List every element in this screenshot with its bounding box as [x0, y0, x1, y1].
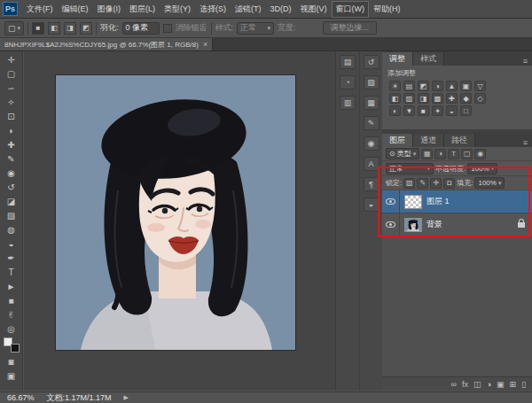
visibility-toggle[interactable] — [382, 190, 400, 213]
refine-edge-button[interactable]: 调整边缘... — [323, 21, 378, 35]
background-color-swatch[interactable] — [11, 344, 20, 353]
tab-paths[interactable]: 路径 — [444, 134, 475, 147]
adjustment-icon[interactable]: ◆ — [460, 93, 472, 104]
adjustment-icon[interactable]: ▽ — [474, 81, 486, 91]
tab-channels[interactable]: 通道 — [413, 134, 444, 147]
screen-mode-tool[interactable]: ▣ — [2, 368, 21, 383]
zoom-tool[interactable]: ◎ — [2, 322, 21, 336]
histogram-panel-icon[interactable]: ▥ — [340, 96, 356, 110]
document-tab[interactable]: 8NHJPXIF9L$A2J%S%CDJY65.jpg @ 66.7%(图层 1… — [0, 38, 213, 50]
adjustment-icon[interactable]: ◑ — [432, 81, 443, 91]
hand-tool[interactable]: ✌ — [2, 307, 21, 322]
type-tool[interactable]: T — [2, 265, 21, 279]
adjustment-icon[interactable]: ◇ — [474, 93, 486, 104]
lock-transparent-icon[interactable]: ▨ — [403, 178, 415, 189]
tool-preset-picker[interactable]: ▢ ▾ — [4, 21, 24, 35]
layer-row-background[interactable]: 背景 — [382, 213, 532, 236]
history-panel-icon[interactable]: ↺ — [364, 55, 379, 69]
new-group-icon[interactable]: ▣ — [497, 380, 505, 389]
new-adjustment-layer-icon[interactable]: ◑ — [487, 380, 491, 389]
background-thumbnail[interactable] — [404, 218, 422, 232]
feather-input[interactable]: 0 像素 — [122, 22, 160, 35]
adjustment-icon[interactable]: ▩ — [432, 93, 443, 104]
menu-item-type[interactable]: 类型(Y) — [160, 1, 195, 18]
tab-layers[interactable]: 图层 — [382, 134, 413, 147]
path-selection-tool[interactable]: ► — [2, 279, 21, 293]
opacity-dropdown[interactable]: 100% ▾ — [467, 163, 497, 174]
adjustment-icon[interactable]: ◐ — [389, 105, 401, 116]
layer-filter-dropdown[interactable]: ⊙ 类型 ▾ — [386, 148, 419, 159]
menu-item-file[interactable]: 文件(F) — [22, 1, 58, 18]
paragraph-panel-icon[interactable]: ¶ — [364, 177, 379, 191]
adjustment-icon[interactable]: ◩ — [418, 81, 429, 91]
quick-mask-tool[interactable]: ◙ — [2, 354, 21, 368]
style-dropdown[interactable]: 正常 ▾ — [237, 22, 274, 35]
adjustment-icon[interactable]: ▤ — [403, 81, 415, 91]
move-tool[interactable]: ✛ — [2, 52, 21, 66]
canvas-image[interactable] — [56, 75, 295, 350]
tab-adjustments[interactable]: 调整 — [382, 52, 413, 66]
menu-item-help[interactable]: 帮助(H) — [369, 1, 405, 18]
brush-panel-icon[interactable]: ✎ — [364, 116, 379, 130]
zoom-level[interactable]: 66.67% — [7, 393, 35, 402]
gradient-tool[interactable]: ▨ — [2, 208, 21, 222]
filter-adjustment-layers-icon[interactable]: ◑ — [434, 149, 446, 159]
rectangular-marquee-tool[interactable]: ▢ — [2, 66, 21, 81]
visibility-toggle[interactable] — [382, 213, 400, 236]
adjustment-icon[interactable]: ■ — [418, 105, 429, 116]
adjustment-icon[interactable]: ✦ — [432, 105, 443, 116]
filter-pixel-layers-icon[interactable]: ▦ — [421, 149, 433, 159]
clone-stamp-tool[interactable]: ◉ — [2, 166, 21, 180]
menu-item-view[interactable]: 视图(V) — [296, 1, 332, 18]
adjustment-icon[interactable]: ▼ — [403, 105, 415, 116]
adjustment-icon[interactable]: ◨ — [418, 93, 429, 104]
character-panel-icon[interactable]: A — [364, 157, 379, 171]
panel-menu-icon[interactable]: ≡ — [519, 57, 532, 66]
crop-tool[interactable]: ⊡ — [2, 109, 21, 123]
lock-pixels-icon[interactable]: ✎ — [417, 178, 428, 189]
menu-item-filter[interactable]: 滤镜(T) — [231, 1, 266, 18]
clone-source-panel-icon[interactable]: ◉ — [364, 136, 379, 151]
filter-type-layers-icon[interactable]: T — [448, 149, 459, 159]
lasso-tool[interactable]: ∽ — [2, 81, 21, 95]
pen-tool[interactable]: ✒ — [2, 251, 21, 265]
swatches-panel-icon[interactable]: ▦ — [364, 96, 379, 110]
color-swatches[interactable] — [4, 337, 20, 353]
menu-item-select[interactable]: 选择(S) — [195, 1, 231, 18]
eraser-tool[interactable]: ◪ — [2, 194, 21, 208]
close-icon[interactable]: × — [203, 40, 207, 49]
properties-panel-icon[interactable]: ▤ — [340, 55, 356, 69]
adjustment-icon[interactable]: ▣ — [460, 81, 472, 91]
status-arrow-icon[interactable]: ▶ — [124, 394, 129, 401]
link-layers-icon[interactable]: ∞ — [451, 380, 457, 389]
add-layer-mask-icon[interactable]: ◫ — [473, 380, 481, 389]
adjustment-icon[interactable]: ☀ — [389, 81, 401, 91]
selection-new-icon[interactable]: ■ — [32, 22, 44, 35]
selection-intersect-icon[interactable]: ◩ — [80, 22, 92, 35]
blend-mode-dropdown[interactable]: 正常 ▾ — [386, 163, 434, 174]
menu-item-edit[interactable]: 编辑(E) — [58, 1, 93, 18]
spot-healing-brush-tool[interactable]: ✚ — [2, 137, 21, 151]
dodge-tool[interactable]: ◒ — [2, 236, 21, 251]
adjustment-icon[interactable]: ◒ — [446, 105, 458, 116]
blur-tool[interactable]: ◍ — [2, 222, 21, 236]
info-panel-icon[interactable]: ◔ — [340, 75, 356, 89]
timeline-panel-icon[interactable]: ◒ — [364, 198, 379, 212]
selection-add-icon[interactable]: ◧ — [48, 22, 60, 35]
adjustment-icon[interactable]: ▨ — [403, 93, 415, 104]
antialias-checkbox[interactable] — [163, 24, 172, 33]
filter-shape-layers-icon[interactable]: ▢ — [461, 149, 473, 159]
brush-tool[interactable]: ✎ — [2, 151, 21, 166]
lock-position-icon[interactable]: ✛ — [430, 178, 442, 189]
quick-selection-tool[interactable]: ✧ — [2, 95, 21, 109]
adjustment-icon[interactable]: ◧ — [389, 93, 401, 104]
adjustment-icon[interactable]: ▲ — [446, 81, 458, 91]
menu-item-3d[interactable]: 3D(D) — [266, 2, 296, 16]
filter-smart-objects-icon[interactable]: ◉ — [474, 149, 486, 159]
shape-tool[interactable]: ■ — [2, 293, 21, 307]
menu-item-image[interactable]: 图像(I) — [93, 1, 126, 18]
panel-menu-icon[interactable]: ≡ — [519, 138, 532, 147]
adjustment-icon[interactable]: ✚ — [446, 93, 458, 104]
adjustment-icon[interactable]: □ — [460, 105, 472, 116]
lock-all-icon[interactable]: ◘ — [443, 178, 455, 189]
